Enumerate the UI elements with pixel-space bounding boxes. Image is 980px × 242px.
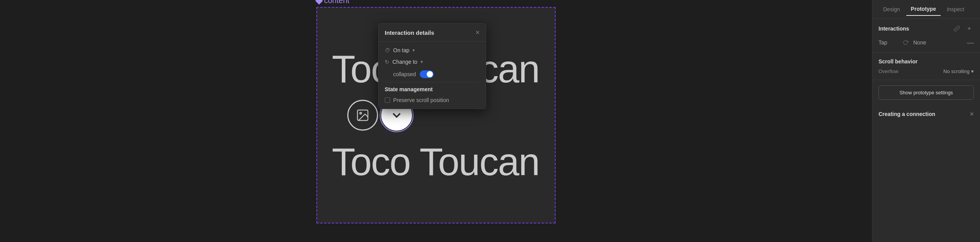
change-to-chevron-icon: ▾ xyxy=(421,59,423,65)
add-interaction-button[interactable]: + xyxy=(965,24,974,33)
preserve-scroll-checkbox[interactable] xyxy=(385,97,390,103)
interaction-panel-title: Interaction details xyxy=(385,29,434,36)
toggle-knob xyxy=(427,71,433,77)
collapsed-label: collapsed xyxy=(393,71,416,77)
tab-design[interactable]: Design xyxy=(879,3,905,15)
interactions-section-title: Interactions xyxy=(879,26,909,32)
prototype-link-icon[interactable] xyxy=(952,24,961,33)
sidebar-tabs: Design Prototype Inspect xyxy=(872,0,980,19)
right-sidebar: Design Prototype Inspect Interactions + xyxy=(872,0,980,242)
collapsed-row: collapsed xyxy=(385,70,480,78)
interactions-section-header: Interactions + xyxy=(879,24,974,33)
no-scrolling-chevron-icon: ▾ xyxy=(971,68,974,74)
scroll-behavior-title: Scroll behavior xyxy=(879,58,974,65)
interaction-panel-close-button[interactable]: × xyxy=(475,29,480,36)
interaction-details-panel: Interaction details × ⏱ On tap ▾ ↻ Chang… xyxy=(378,23,486,109)
interaction-panel-header: Interaction details × xyxy=(378,24,486,42)
on-tap-label: On tap xyxy=(393,47,409,53)
change-to-label: Change to xyxy=(392,59,417,65)
collapsed-toggle[interactable] xyxy=(420,70,434,78)
plus-icon: + xyxy=(967,25,971,32)
clock-icon: ⏱ xyxy=(385,47,390,53)
frame-label: content xyxy=(316,0,350,5)
tap-label: Tap xyxy=(879,39,898,46)
tab-inspect[interactable]: Inspect xyxy=(942,3,969,15)
tap-none-row: Tap None — xyxy=(879,38,974,47)
image-icon-circle[interactable] xyxy=(347,100,378,131)
on-tap-row[interactable]: ⏱ On tap ▾ xyxy=(385,47,480,53)
on-tap-chevron-icon: ▾ xyxy=(412,48,415,53)
scroll-behavior-section: Scroll behavior Overflow No scrolling ▾ xyxy=(872,53,980,80)
interactions-section-actions: + xyxy=(952,24,974,33)
tap-none-values: Tap None xyxy=(879,38,926,47)
creating-connection-title: Creating a connection xyxy=(879,111,935,117)
component-icon xyxy=(315,0,323,4)
svg-point-1 xyxy=(360,112,362,114)
preserve-scroll-row: Preserve scroll position xyxy=(385,97,480,103)
preserve-scroll-label: Preserve scroll position xyxy=(393,97,449,103)
no-scrolling-value[interactable]: No scrolling ▾ xyxy=(943,68,974,74)
frame-label-text: content xyxy=(324,0,350,5)
divider xyxy=(385,82,480,82)
tap-refresh-icon[interactable] xyxy=(901,38,910,47)
creating-connection-close-button[interactable]: × xyxy=(970,111,974,118)
interaction-panel-body: ⏱ On tap ▾ ↻ Change to ▾ collapsed State… xyxy=(378,42,486,109)
change-to-row[interactable]: ↻ Change to ▾ xyxy=(385,59,480,65)
interactions-section: Interactions + Tap xyxy=(872,19,980,53)
no-scrolling-label: No scrolling xyxy=(943,68,970,74)
state-management-title: State management xyxy=(385,86,480,92)
none-label: None xyxy=(913,39,926,46)
creating-connection-section: Creating a connection × xyxy=(872,105,980,123)
canvas-area: content Toco Toucan Toco To xyxy=(0,0,872,242)
change-icon: ↻ xyxy=(385,59,389,65)
text-bottom: Toco Toucan xyxy=(332,142,539,181)
tab-prototype[interactable]: Prototype xyxy=(906,3,941,16)
show-prototype-settings-button[interactable]: Show prototype settings xyxy=(879,85,974,100)
scroll-behavior-row: Overflow No scrolling ▾ xyxy=(879,68,974,74)
remove-interaction-button[interactable]: — xyxy=(967,39,974,47)
overflow-label: Overflow xyxy=(879,68,898,74)
